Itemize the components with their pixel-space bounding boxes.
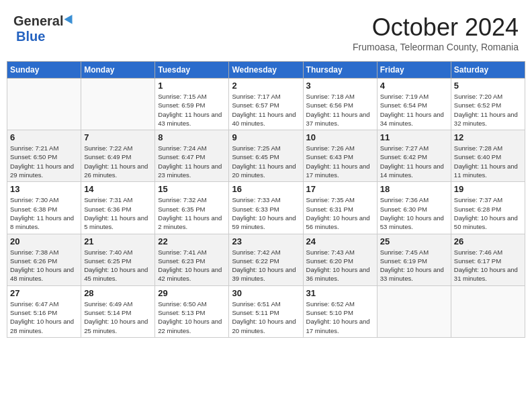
day-number: 15 [158,184,226,194]
day-number: 1 [158,81,226,91]
day-info: Sunrise: 7:42 AM Sunset: 6:22 PM Dayligh… [232,248,300,283]
title-block: October 2024 Frumoasa, Teleorman County,… [353,13,519,52]
calendar-cell: 14Sunrise: 7:31 AM Sunset: 6:36 PM Dayli… [81,182,155,234]
day-info: Sunrise: 6:50 AM Sunset: 5:13 PM Dayligh… [158,300,226,335]
day-number: 31 [306,288,374,298]
calendar-cell: 6Sunrise: 7:21 AM Sunset: 6:50 PM Daylig… [7,130,81,182]
day-number: 6 [10,132,78,142]
day-info: Sunrise: 7:21 AM Sunset: 6:50 PM Dayligh… [10,144,78,179]
day-info: Sunrise: 7:38 AM Sunset: 6:26 PM Dayligh… [10,248,78,283]
calendar-cell: 30Sunrise: 6:51 AM Sunset: 5:11 PM Dayli… [229,285,303,337]
day-number: 11 [380,132,448,142]
calendar-cell: 25Sunrise: 7:45 AM Sunset: 6:19 PM Dayli… [377,234,451,285]
day-info: Sunrise: 7:27 AM Sunset: 6:42 PM Dayligh… [380,144,448,179]
day-number: 2 [232,81,300,91]
day-info: Sunrise: 7:33 AM Sunset: 6:33 PM Dayligh… [232,195,300,231]
column-header-saturday: Saturday [451,62,525,79]
day-info: Sunrise: 7:24 AM Sunset: 6:47 PM Dayligh… [158,144,226,179]
day-info: Sunrise: 6:52 AM Sunset: 5:10 PM Dayligh… [306,300,374,335]
day-info: Sunrise: 7:18 AM Sunset: 6:56 PM Dayligh… [306,92,374,128]
calendar-cell: 15Sunrise: 7:32 AM Sunset: 6:35 PM Dayli… [155,182,229,234]
day-info: Sunrise: 7:15 AM Sunset: 6:59 PM Dayligh… [158,92,226,128]
calendar-cell: 9Sunrise: 7:25 AM Sunset: 6:45 PM Daylig… [229,130,303,182]
calendar-week-row: 1Sunrise: 7:15 AM Sunset: 6:59 PM Daylig… [7,79,525,130]
day-number: 13 [10,184,78,194]
calendar-cell [81,79,155,130]
day-info: Sunrise: 7:32 AM Sunset: 6:35 PM Dayligh… [158,195,226,231]
day-info: Sunrise: 6:49 AM Sunset: 5:14 PM Dayligh… [84,300,152,335]
day-number: 22 [158,236,226,246]
day-info: Sunrise: 7:20 AM Sunset: 6:52 PM Dayligh… [454,92,522,128]
calendar-cell: 5Sunrise: 7:20 AM Sunset: 6:52 PM Daylig… [451,79,525,130]
calendar-cell: 1Sunrise: 7:15 AM Sunset: 6:59 PM Daylig… [155,79,229,130]
calendar-table: SundayMondayTuesdayWednesdayThursdayFrid… [7,61,525,338]
calendar-week-row: 6Sunrise: 7:21 AM Sunset: 6:50 PM Daylig… [7,130,525,182]
logo: General Blue [13,13,76,44]
column-header-tuesday: Tuesday [155,62,229,79]
day-number: 19 [454,184,522,194]
day-number: 16 [232,184,300,194]
calendar-cell: 2Sunrise: 7:17 AM Sunset: 6:57 PM Daylig… [229,79,303,130]
calendar-cell: 27Sunrise: 6:47 AM Sunset: 5:16 PM Dayli… [7,285,81,337]
day-number: 25 [380,236,448,246]
day-info: Sunrise: 7:25 AM Sunset: 6:45 PM Dayligh… [232,144,300,179]
calendar-week-row: 27Sunrise: 6:47 AM Sunset: 5:16 PM Dayli… [7,285,525,337]
column-header-monday: Monday [81,62,155,79]
calendar-cell: 21Sunrise: 7:40 AM Sunset: 6:25 PM Dayli… [81,234,155,285]
day-number: 8 [158,132,226,142]
calendar-cell: 4Sunrise: 7:19 AM Sunset: 6:54 PM Daylig… [377,79,451,130]
day-info: Sunrise: 7:26 AM Sunset: 6:43 PM Dayligh… [306,144,374,179]
calendar-cell: 22Sunrise: 7:41 AM Sunset: 6:23 PM Dayli… [155,234,229,285]
calendar-cell: 16Sunrise: 7:33 AM Sunset: 6:33 PM Dayli… [229,182,303,234]
calendar-cell [7,79,81,130]
day-info: Sunrise: 7:35 AM Sunset: 6:31 PM Dayligh… [306,195,374,231]
column-header-wednesday: Wednesday [229,62,303,79]
page-header: General Blue October 2024 Frumoasa, Tele… [7,7,525,56]
calendar-header-row: SundayMondayTuesdayWednesdayThursdayFrid… [7,62,525,79]
column-header-thursday: Thursday [303,62,377,79]
day-number: 24 [306,236,374,246]
day-number: 3 [306,81,374,91]
calendar-week-row: 13Sunrise: 7:30 AM Sunset: 6:38 PM Dayli… [7,182,525,234]
location-text: Frumoasa, Teleorman County, Romania [353,42,519,52]
calendar-cell: 3Sunrise: 7:18 AM Sunset: 6:56 PM Daylig… [303,79,377,130]
calendar-cell: 31Sunrise: 6:52 AM Sunset: 5:10 PM Dayli… [303,285,377,337]
day-number: 5 [454,81,522,91]
column-header-friday: Friday [377,62,451,79]
day-number: 26 [454,236,522,246]
day-info: Sunrise: 7:40 AM Sunset: 6:25 PM Dayligh… [84,248,152,283]
day-info: Sunrise: 6:51 AM Sunset: 5:11 PM Dayligh… [232,300,300,335]
day-info: Sunrise: 7:19 AM Sunset: 6:54 PM Dayligh… [380,92,448,128]
day-info: Sunrise: 6:47 AM Sunset: 5:16 PM Dayligh… [10,300,78,335]
column-header-sunday: Sunday [7,62,81,79]
calendar-cell: 28Sunrise: 6:49 AM Sunset: 5:14 PM Dayli… [81,285,155,337]
calendar-cell: 23Sunrise: 7:42 AM Sunset: 6:22 PM Dayli… [229,234,303,285]
day-info: Sunrise: 7:37 AM Sunset: 6:28 PM Dayligh… [454,195,522,231]
day-number: 27 [10,288,78,298]
day-info: Sunrise: 7:45 AM Sunset: 6:19 PM Dayligh… [380,248,448,283]
calendar-cell: 26Sunrise: 7:46 AM Sunset: 6:17 PM Dayli… [451,234,525,285]
day-info: Sunrise: 7:30 AM Sunset: 6:38 PM Dayligh… [10,195,78,231]
day-number: 17 [306,184,374,194]
calendar-cell: 19Sunrise: 7:37 AM Sunset: 6:28 PM Dayli… [451,182,525,234]
calendar-cell: 10Sunrise: 7:26 AM Sunset: 6:43 PM Dayli… [303,130,377,182]
calendar-cell [377,285,451,337]
day-number: 12 [454,132,522,142]
day-number: 20 [10,236,78,246]
day-number: 10 [306,132,374,142]
calendar-cell: 29Sunrise: 6:50 AM Sunset: 5:13 PM Dayli… [155,285,229,337]
logo-arrow-icon [64,13,76,28]
calendar-cell: 17Sunrise: 7:35 AM Sunset: 6:31 PM Dayli… [303,182,377,234]
day-number: 9 [232,132,300,142]
month-title: October 2024 [353,13,519,42]
day-info: Sunrise: 7:46 AM Sunset: 6:17 PM Dayligh… [454,248,522,283]
day-info: Sunrise: 7:17 AM Sunset: 6:57 PM Dayligh… [232,92,300,128]
calendar-week-row: 20Sunrise: 7:38 AM Sunset: 6:26 PM Dayli… [7,234,525,285]
day-info: Sunrise: 7:43 AM Sunset: 6:20 PM Dayligh… [306,248,374,283]
day-info: Sunrise: 7:36 AM Sunset: 6:30 PM Dayligh… [380,195,448,231]
day-number: 30 [232,288,300,298]
day-number: 18 [380,184,448,194]
day-info: Sunrise: 7:22 AM Sunset: 6:49 PM Dayligh… [84,144,152,179]
day-number: 4 [380,81,448,91]
day-info: Sunrise: 7:41 AM Sunset: 6:23 PM Dayligh… [158,248,226,283]
